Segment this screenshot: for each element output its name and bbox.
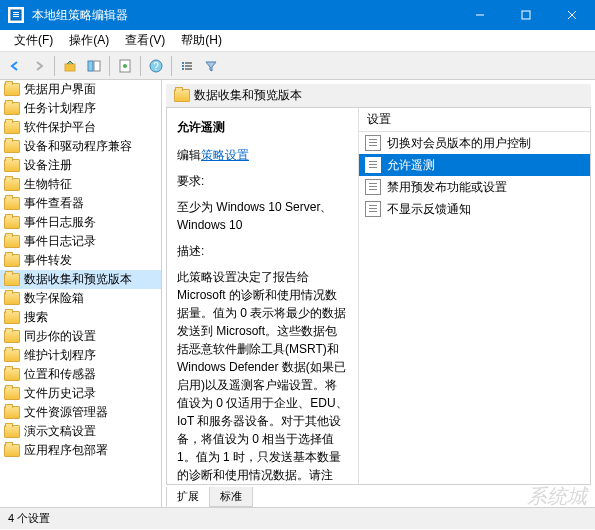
menu-file[interactable]: 文件(F) [6, 30, 61, 51]
folder-icon [4, 273, 20, 286]
folder-icon [4, 121, 20, 134]
properties-button[interactable] [114, 55, 136, 77]
tree-item[interactable]: 事件日志记录 [0, 232, 161, 251]
svg-rect-1 [13, 12, 19, 13]
statusbar: 4 个设置 [0, 507, 595, 529]
nav-tree[interactable]: 凭据用户界面任务计划程序软件保护平台设备和驱动程序兼容设备注册生物特征事件查看器… [0, 80, 162, 507]
policy-icon [365, 157, 381, 173]
maximize-button[interactable] [503, 0, 549, 30]
folder-icon [4, 330, 20, 343]
tree-item[interactable]: 事件日志服务 [0, 213, 161, 232]
menu-view[interactable]: 查看(V) [117, 30, 173, 51]
folder-icon [4, 102, 20, 115]
tree-item-label: 任务计划程序 [24, 100, 96, 117]
folder-icon [4, 349, 20, 362]
tree-item[interactable]: 任务计划程序 [0, 99, 161, 118]
tree-item-label: 软件保护平台 [24, 119, 96, 136]
toolbar: ? [0, 52, 595, 80]
tree-item[interactable]: 设备注册 [0, 156, 161, 175]
tree-item-label: 凭据用户界面 [24, 81, 96, 98]
tree-item-label: 演示文稿设置 [24, 423, 96, 440]
folder-icon [4, 292, 20, 305]
help-button[interactable]: ? [145, 55, 167, 77]
tree-item-label: 维护计划程序 [24, 347, 96, 364]
tab-extended[interactable]: 扩展 [166, 487, 210, 507]
tree-item-label: 设备注册 [24, 157, 72, 174]
tree-item-label: 事件转发 [24, 252, 72, 269]
menu-action[interactable]: 操作(A) [61, 30, 117, 51]
tree-item[interactable]: 事件转发 [0, 251, 161, 270]
tree-item-label: 事件日志服务 [24, 214, 96, 231]
svg-rect-8 [65, 64, 75, 71]
status-text: 4 个设置 [8, 511, 50, 526]
tree-item[interactable]: 设备和驱动程序兼容 [0, 137, 161, 156]
tree-item[interactable]: 生物特征 [0, 175, 161, 194]
requirement-text: 至少为 Windows 10 Server、Windows 10 [177, 198, 348, 234]
tree-item[interactable]: 演示文稿设置 [0, 422, 161, 441]
policy-icon [365, 201, 381, 217]
up-button[interactable] [59, 55, 81, 77]
svg-text:?: ? [153, 61, 159, 72]
tree-item-label: 文件资源管理器 [24, 404, 108, 421]
svg-rect-5 [522, 11, 530, 19]
svg-point-12 [123, 64, 127, 68]
menu-help[interactable]: 帮助(H) [173, 30, 230, 51]
tree-item-label: 文件历史记录 [24, 385, 96, 402]
setting-row[interactable]: 不显示反馈通知 [359, 198, 590, 220]
filter-button[interactable] [200, 55, 222, 77]
back-button[interactable] [4, 55, 26, 77]
tab-standard[interactable]: 标准 [209, 487, 253, 507]
tree-item-label: 数据收集和预览版本 [24, 271, 132, 288]
folder-icon [4, 406, 20, 419]
close-button[interactable] [549, 0, 595, 30]
tree-item[interactable]: 事件查看器 [0, 194, 161, 213]
tree-item[interactable]: 同步你的设置 [0, 327, 161, 346]
policy-icon [365, 135, 381, 151]
forward-button[interactable] [28, 55, 50, 77]
tree-item-label: 位置和传感器 [24, 366, 96, 383]
tree-item-label: 同步你的设置 [24, 328, 96, 345]
tree-item-label: 生物特征 [24, 176, 72, 193]
description-label: 描述: [177, 242, 348, 260]
view-tabs: 扩展 标准 [162, 485, 595, 507]
setting-label: 不显示反馈通知 [387, 201, 471, 218]
window-title: 本地组策略编辑器 [32, 7, 457, 24]
tree-item-label: 事件查看器 [24, 195, 84, 212]
svg-rect-17 [182, 65, 184, 67]
svg-rect-20 [185, 68, 192, 70]
folder-icon [4, 387, 20, 400]
tree-item[interactable]: 维护计划程序 [0, 346, 161, 365]
minimize-button[interactable] [457, 0, 503, 30]
tree-item-label: 事件日志记录 [24, 233, 96, 250]
app-icon [8, 7, 24, 23]
show-tree-button[interactable] [83, 55, 105, 77]
settings-column-header[interactable]: 设置 [359, 108, 590, 132]
setting-row[interactable]: 禁用预发布功能或设置 [359, 176, 590, 198]
edit-policy-link[interactable]: 策略设置 [201, 148, 249, 162]
folder-icon [4, 140, 20, 153]
tree-item-label: 数字保险箱 [24, 290, 84, 307]
folder-icon [4, 178, 20, 191]
tree-item-label: 搜索 [24, 309, 48, 326]
tree-item-label: 应用程序包部署 [24, 442, 108, 459]
tree-item[interactable]: 文件历史记录 [0, 384, 161, 403]
svg-rect-2 [13, 14, 19, 15]
svg-rect-19 [182, 68, 184, 70]
folder-icon [4, 197, 20, 210]
tree-item[interactable]: 数字保险箱 [0, 289, 161, 308]
tree-item[interactable]: 搜索 [0, 308, 161, 327]
tree-item[interactable]: 文件资源管理器 [0, 403, 161, 422]
tree-item[interactable]: 位置和传感器 [0, 365, 161, 384]
tree-item[interactable]: 应用程序包部署 [0, 441, 161, 460]
setting-row[interactable]: 允许遥测 [359, 154, 590, 176]
list-button[interactable] [176, 55, 198, 77]
svg-rect-16 [185, 62, 192, 64]
svg-rect-9 [88, 61, 93, 71]
menubar: 文件(F) 操作(A) 查看(V) 帮助(H) [0, 30, 595, 52]
tree-item[interactable]: 数据收集和预览版本 [0, 270, 161, 289]
tree-item[interactable]: 软件保护平台 [0, 118, 161, 137]
tree-item[interactable]: 凭据用户界面 [0, 80, 161, 99]
setting-row[interactable]: 切换对会员版本的用户控制 [359, 132, 590, 154]
folder-icon [4, 83, 20, 96]
svg-rect-15 [182, 62, 184, 64]
